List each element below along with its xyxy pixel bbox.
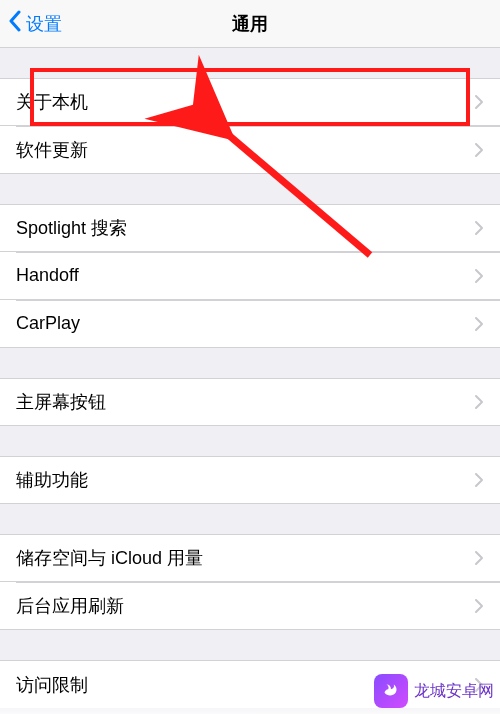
cell-accessibility[interactable]: 辅助功能	[0, 456, 500, 504]
cell-spotlight[interactable]: Spotlight 搜索	[0, 204, 500, 252]
chevron-left-icon	[8, 10, 22, 37]
chevron-right-icon	[474, 394, 484, 410]
cell-label: 软件更新	[16, 138, 474, 162]
cell-label: CarPlay	[16, 313, 474, 334]
chevron-right-icon	[474, 550, 484, 566]
group-separator	[0, 504, 500, 534]
cell-software-update[interactable]: 软件更新	[0, 126, 500, 174]
group-separator	[0, 630, 500, 660]
watermark: 龙城安卓网	[374, 674, 494, 708]
dragon-icon	[374, 674, 408, 708]
chevron-right-icon	[474, 220, 484, 236]
chevron-right-icon	[474, 142, 484, 158]
back-button[interactable]: 设置	[8, 10, 62, 37]
group-separator	[0, 174, 500, 204]
group-separator	[0, 348, 500, 378]
cell-label: Spotlight 搜索	[16, 216, 474, 240]
cell-about[interactable]: 关于本机	[0, 78, 500, 126]
chevron-right-icon	[474, 268, 484, 284]
group-separator	[0, 426, 500, 456]
group-separator	[0, 48, 500, 78]
cell-home-button[interactable]: 主屏幕按钮	[0, 378, 500, 426]
cell-handoff[interactable]: Handoff	[0, 252, 500, 300]
nav-bar: 设置 通用	[0, 0, 500, 48]
cell-label: 后台应用刷新	[16, 594, 474, 618]
watermark-text: 龙城安卓网	[414, 681, 494, 702]
cell-label: 主屏幕按钮	[16, 390, 474, 414]
cell-label: Handoff	[16, 265, 474, 286]
cell-background-refresh[interactable]: 后台应用刷新	[0, 582, 500, 630]
page-title: 通用	[0, 12, 500, 36]
chevron-right-icon	[474, 472, 484, 488]
cell-label: 关于本机	[16, 90, 474, 114]
chevron-right-icon	[474, 316, 484, 332]
chevron-right-icon	[474, 94, 484, 110]
cell-storage-icloud[interactable]: 储存空间与 iCloud 用量	[0, 534, 500, 582]
chevron-right-icon	[474, 598, 484, 614]
cell-label: 辅助功能	[16, 468, 474, 492]
back-label: 设置	[26, 12, 62, 36]
cell-label: 储存空间与 iCloud 用量	[16, 546, 474, 570]
cell-carplay[interactable]: CarPlay	[0, 300, 500, 348]
